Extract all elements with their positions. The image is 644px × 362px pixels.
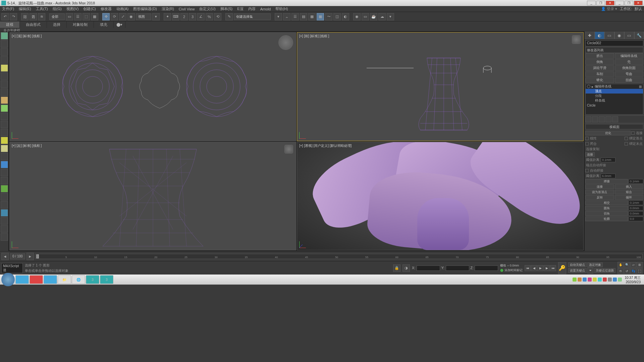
- btn-twist[interactable]: 扭曲: [615, 77, 644, 83]
- chk-bindlast[interactable]: [625, 142, 628, 145]
- unique-button[interactable]: [599, 116, 605, 122]
- menu-erender[interactable]: E渲: [237, 6, 243, 11]
- prev-frame-button[interactable]: ◀: [531, 265, 537, 271]
- ribbon-tab-freeform[interactable]: 自由形式: [20, 21, 47, 28]
- setkey-button[interactable]: 设置关键点: [568, 268, 587, 273]
- biped-icon[interactable]: [1, 217, 8, 225]
- btn-insert[interactable]: 插入: [615, 184, 644, 189]
- stack-base[interactable]: Circle: [586, 103, 643, 108]
- btn-fuse[interactable]: 熔合: [615, 190, 644, 194]
- spin-weld[interactable]: 0.1mm: [629, 179, 643, 184]
- goto-end-button[interactable]: ⏭: [550, 265, 556, 271]
- menu-civilview[interactable]: Civil View: [179, 7, 195, 11]
- spinner-snap-button[interactable]: ⟲: [214, 13, 221, 20]
- place-button[interactable]: ◉: [127, 13, 135, 20]
- menu-group[interactable]: 组(G): [53, 6, 62, 11]
- stack-segment[interactable]: 分段: [586, 94, 643, 98]
- btn-copyconnect[interactable]: 连接: [585, 152, 595, 157]
- btn-turbosmooth[interactable]: 涡轮平滑: [585, 65, 614, 71]
- selset-button[interactable]: 选定对象: [587, 262, 603, 267]
- btn-shell[interactable]: 壳: [615, 59, 644, 65]
- key-button[interactable]: 🔑: [558, 262, 566, 274]
- viewport-left[interactable]: [+] [左] [标准] [线框 ]: [9, 142, 296, 251]
- display-button[interactable]: ▦: [308, 13, 316, 20]
- btn-reverse[interactable]: 反转: [585, 195, 614, 200]
- particle-icon[interactable]: [1, 185, 8, 192]
- btn-connect2[interactable]: 连接: [585, 184, 614, 189]
- util-icon[interactable]: [1, 225, 8, 233]
- btn-optimize[interactable]: 优化: [585, 131, 631, 135]
- timeline-prev[interactable]: ◄: [1, 253, 9, 260]
- display-icon[interactable]: [1, 48, 8, 56]
- spin-autoweld[interactable]: 6.0mm: [601, 174, 615, 178]
- taskbar-app-1[interactable]: [15, 275, 29, 284]
- object-name-field[interactable]: Circle002: [585, 40, 643, 46]
- ref-coord-system[interactable]: 视图: [136, 13, 151, 20]
- chk-linear[interactable]: [585, 137, 589, 140]
- spin-crossins[interactable]: 0.1mm: [629, 200, 643, 205]
- camera-icon[interactable]: [1, 72, 8, 80]
- dynamics-icon[interactable]: [1, 193, 8, 200]
- btn-outline[interactable]: 轮廓: [585, 217, 628, 221]
- btn-bend[interactable]: 弯曲: [615, 71, 644, 77]
- modifier-list-dropdown[interactable]: 修改器列表: [585, 47, 643, 53]
- btn-chamfer[interactable]: 切角: [585, 211, 628, 216]
- nav-fov-button[interactable]: ▱: [630, 262, 636, 268]
- close-button[interactable]: ✕: [606, 1, 614, 5]
- light-icon[interactable]: [1, 56, 8, 64]
- chk-closed[interactable]: [585, 142, 589, 145]
- chk-connect[interactable]: [631, 131, 635, 135]
- ribbon-tab-objectpaint[interactable]: 对象绘制: [67, 21, 94, 28]
- btn-bevelprofile[interactable]: 倒角剖面: [615, 65, 644, 71]
- snaps2-button[interactable]: 2: [180, 13, 188, 20]
- start-button[interactable]: [1, 273, 15, 286]
- btn-fillet[interactable]: 圆角: [585, 206, 628, 210]
- nav-orbit-button[interactable]: ⟲: [618, 268, 624, 274]
- goto-start-button[interactable]: ⏮: [525, 265, 531, 271]
- taskbar-chrome[interactable]: 🌐: [72, 275, 85, 284]
- menu-file[interactable]: 文件(F): [2, 6, 14, 11]
- workspace-selector[interactable]: 默认: [635, 6, 642, 11]
- display-tab[interactable]: ▭: [624, 32, 634, 39]
- rotate-button[interactable]: ⟳: [111, 13, 118, 20]
- timeline-slider[interactable]: 0510 152025 303540 455055 606570 758085 …: [35, 254, 643, 259]
- toggle-ribbon-button[interactable]: ▦: [317, 13, 324, 20]
- undo-button[interactable]: ↶: [1, 13, 9, 20]
- manip-button[interactable]: ✦: [164, 13, 171, 20]
- render-button[interactable]: ☕: [370, 13, 377, 20]
- spin-fillet[interactable]: 0.0mm: [629, 206, 643, 210]
- coord-x[interactable]: [417, 265, 440, 271]
- taskbar-clock[interactable]: 10:37 周三2020/9/23: [623, 276, 643, 284]
- btn-taper[interactable]: 锥化: [585, 77, 614, 83]
- named-sel-edit-button[interactable]: ✎: [225, 13, 233, 20]
- viewport-top-label[interactable]: [+] [顶] [标准] [线框 ]: [12, 34, 42, 39]
- autokey-button[interactable]: 自动关键点: [568, 262, 587, 267]
- menu-help[interactable]: 帮助(H): [275, 6, 288, 11]
- taskbar-3dsmax-1[interactable]: 3: [86, 275, 99, 284]
- next-frame-button[interactable]: ▶: [544, 265, 550, 271]
- login-button[interactable]: 👤 登录 ▾: [601, 6, 617, 11]
- ribbon-toggle[interactable]: ⬤▾: [114, 21, 125, 28]
- restore-button[interactable]: ❐: [596, 1, 605, 5]
- nav-pan-button[interactable]: ✋: [618, 262, 624, 268]
- gear-icon[interactable]: [1, 145, 8, 152]
- patch-icon[interactable]: [1, 161, 8, 168]
- close-button-2[interactable]: ✕: [634, 1, 643, 5]
- nurbs-icon[interactable]: [1, 169, 8, 176]
- bone-icon[interactable]: [1, 209, 8, 217]
- motion-tab[interactable]: ◉: [614, 32, 625, 39]
- layer-explorer-button[interactable]: ▤: [300, 13, 307, 20]
- menu-arnold[interactable]: Arnold: [260, 7, 271, 11]
- modifier-stack[interactable]: ▸ 编辑样条线⊞ 顶点 分段 样条线 Circle: [585, 84, 643, 115]
- menu-edit[interactable]: 编辑(E): [19, 6, 31, 11]
- menu-content[interactable]: 内容: [248, 6, 256, 11]
- stack-vertex[interactable]: 顶点: [586, 89, 643, 94]
- viewport-persp-label[interactable]: [+] [透视] [用户定义] [默认明暗处理]: [299, 143, 352, 148]
- chk-bindfirst[interactable]: [625, 137, 628, 140]
- coord-y[interactable]: [446, 265, 469, 271]
- system-tray[interactable]: [573, 278, 622, 282]
- selection-filter[interactable]: 全部: [49, 13, 65, 20]
- viewport-front[interactable]: [+] [前] [标准] [线框 ]: [297, 32, 584, 141]
- play-button[interactable]: ▶: [537, 265, 543, 271]
- render-preset-button[interactable]: ▾: [387, 13, 394, 20]
